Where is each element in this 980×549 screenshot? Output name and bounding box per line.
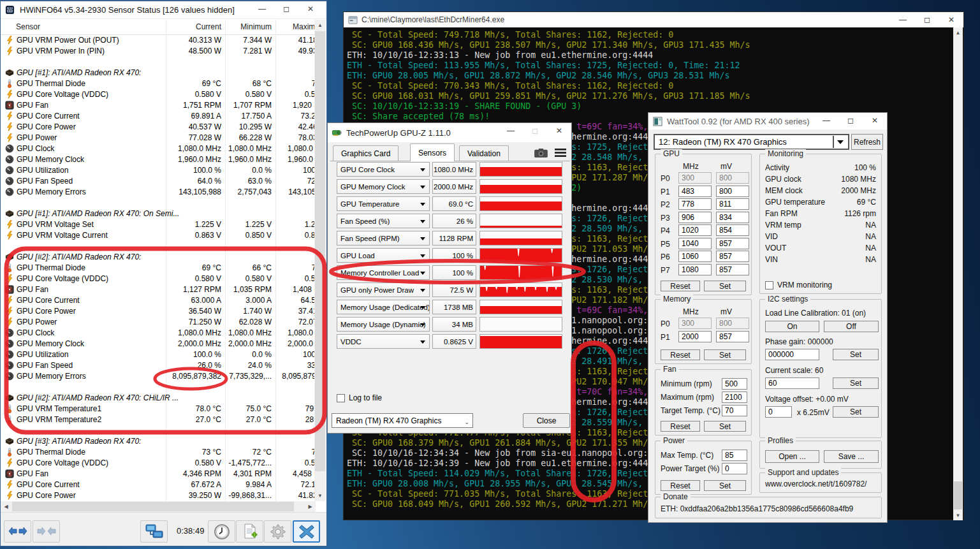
gpu-p5-mhz-input[interactable]: 1040 bbox=[678, 238, 712, 249]
hwinfo-clock-button[interactable] bbox=[208, 520, 235, 543]
support-url-text[interactable]: www.overclock.net/t/1609782/ bbox=[765, 479, 867, 488]
gpuz-screenshot-camera-icon[interactable] bbox=[534, 148, 548, 158]
sensor-row[interactable]: GPU Clock1,080.0 MHz1,080.0 MHz1,080.0 M… bbox=[1, 143, 315, 154]
sensor-row[interactable]: GPU VRM Voltage Current0.863 V0.850 V0.8… bbox=[1, 230, 315, 241]
phase-gain-input[interactable]: 000000 bbox=[765, 349, 819, 360]
fan-row-input[interactable]: 2100 bbox=[722, 392, 747, 403]
profiles-save-button[interactable]: Save ... bbox=[824, 450, 879, 463]
hwinfo-scroll-down-icon[interactable]: ▼ bbox=[314, 490, 326, 501]
sensor-row[interactable]: GPU Power71.250 W62.028 W72.072 W bbox=[1, 317, 315, 328]
sensor-row[interactable]: GPU Clock1,080.0 MHz1,080.0 MHz1,080.0 M… bbox=[1, 328, 315, 339]
sensor-row[interactable]: GPU VRM Temperature227.0 °C27.0 °C28.0 °… bbox=[1, 414, 315, 425]
hwinfo-close-button[interactable]: ✕ bbox=[298, 1, 323, 17]
column-header-sensor[interactable]: Sensor bbox=[16, 22, 40, 31]
hwinfo-compare-button[interactable] bbox=[4, 520, 31, 543]
gpuz-sensor-label[interactable]: GPU Temperature bbox=[337, 196, 430, 211]
sensor-row[interactable]: GPU Core Voltage (VDDC)0.580 V0.580 V0.5… bbox=[1, 274, 315, 284]
gpu-p1-mv-input[interactable]: 800 bbox=[716, 186, 749, 197]
sensor-group-row[interactable]: GPU [#3]: ATI/AMD Radeon RX 470: bbox=[1, 436, 315, 447]
sensor-row[interactable]: GPU Memory Errors143,105,9882,757,043143… bbox=[1, 187, 315, 198]
sensor-row[interactable]: GPU Core Voltage (VDDC)0.580 V-1,475,772… bbox=[1, 458, 315, 469]
sensor-group-row[interactable]: GPU [#1]: ATI/AMD Radeon RX 470: On Semi… bbox=[1, 209, 315, 219]
power-row-input[interactable]: 85 bbox=[722, 450, 747, 461]
gpuz-sensor-label[interactable]: Fan Speed (%) bbox=[337, 214, 430, 228]
sensor-group-row[interactable]: GPU [#2]: ATI/AMD Radeon RX 470: bbox=[1, 252, 315, 263]
sensor-row[interactable]: GPU Memory Errors8,095,879,3827,735,329,… bbox=[1, 371, 315, 382]
gpuz-log-to-file[interactable]: Log to file bbox=[337, 393, 382, 402]
sensor-row[interactable]: GPU Utilization100.0 %0.0 %100.0 % bbox=[1, 349, 315, 360]
hwinfo-titlebar[interactable]: HWiNFO64 v5.34-2930 Sensor Status [126 v… bbox=[1, 1, 326, 19]
sensor-row[interactable]: GPU Core Current63.000 A3.000 A64.500 A bbox=[1, 295, 315, 306]
fan-row-input[interactable]: 70 bbox=[722, 405, 747, 416]
gpuz-device-combobox[interactable]: Radeon (TM) RX 470 Graphics ⌄ bbox=[332, 413, 473, 428]
gpuz-sensor-label[interactable]: GPU Core Clock bbox=[337, 162, 430, 177]
sensor-row[interactable]: GPU Thermal Diode69 °C66 °C71 °C bbox=[1, 263, 315, 274]
hwinfo-horizontal-scrollbar[interactable]: ◀ ▶ bbox=[1, 501, 316, 512]
sensor-row[interactable]: GPU Power77.028 W66.228 W78.032 W bbox=[1, 133, 315, 143]
llc-on-button[interactable]: On bbox=[765, 321, 819, 332]
power-set-button[interactable]: Set bbox=[704, 480, 746, 491]
hwinfo-scroll-thumb[interactable] bbox=[315, 31, 325, 471]
console-scroll-thumb[interactable] bbox=[954, 481, 962, 509]
gpu-p6-mhz-input[interactable]: 1060 bbox=[678, 251, 712, 262]
gpuz-sensor-label[interactable]: Memory Usage (Dynamic) bbox=[337, 317, 430, 332]
watttool-titlebar[interactable]: WattTool 0.92 (for AMD RX 400 series) — … bbox=[648, 113, 887, 129]
gpuz-maximize-button[interactable]: ◻ bbox=[523, 123, 547, 138]
sensor-row[interactable]: GPU Fan4,346 RPM4,301 RPM4,458 RPM bbox=[1, 469, 315, 479]
voltage-offset-set-button[interactable]: Set bbox=[833, 406, 879, 418]
power-reset-button[interactable]: Reset bbox=[661, 480, 700, 491]
sensor-row[interactable]: GPU Fan Speed64.0 %63.0 %72.0 % bbox=[1, 176, 315, 187]
console-scroll-down-icon[interactable]: ▼ bbox=[953, 510, 963, 520]
gpuz-menu-icon[interactable] bbox=[555, 149, 566, 157]
sensor-row[interactable]: GPU Core Current67.672 A9.984 A72.109 A bbox=[1, 479, 315, 490]
watttool-device-combobox[interactable]: 12: Radeon (TM) RX 470 Graphics bbox=[654, 134, 849, 150]
hwinfo-minimize-button[interactable]: — bbox=[250, 1, 274, 17]
fan-reset-button[interactable]: Reset bbox=[661, 421, 700, 432]
gpuz-log-checkbox[interactable] bbox=[337, 394, 345, 402]
sensor-row[interactable]: GPU Core Power36.540 W1.740 W37.410 W bbox=[1, 306, 315, 317]
console-maximize-button[interactable]: ◻ bbox=[915, 12, 939, 27]
sensor-row[interactable]: GPU Core Current69.891 A17.750 A73.219 A bbox=[1, 111, 315, 122]
gpuz-sensor-label[interactable]: VDDC bbox=[337, 334, 430, 349]
hwinfo-hscroll-thumb[interactable] bbox=[12, 502, 294, 511]
vrm-monitoring-checkbox[interactable] bbox=[765, 281, 773, 289]
hwinfo-scroll-left-icon[interactable]: ◀ bbox=[1, 501, 11, 512]
sensor-row[interactable]: GPU Core Power39.250 W-99,868,31...41.82… bbox=[1, 490, 315, 501]
gpu-p3-mhz-input[interactable]: 906 bbox=[678, 212, 712, 223]
gpu-p5-mv-input[interactable]: 857 bbox=[716, 238, 749, 249]
sensor-group-row[interactable]: GPU [#2]: ATI/AMD Radeon RX 470: CHiL/IR… bbox=[1, 393, 315, 404]
power-row-input[interactable]: 0 bbox=[722, 463, 747, 474]
sensor-row[interactable]: GPU VRM Voltage Set1.225 V1.225 V1.225 V bbox=[1, 219, 315, 230]
console-titlebar[interactable]: C:\mine\Claymore\last\EthDcrMiner64.exe … bbox=[344, 12, 963, 27]
gpuz-titlebar[interactable]: TechPowerUp GPU-Z 1.11.0 — ◻ ✕ bbox=[328, 123, 571, 142]
gpuz-sensor-label[interactable]: Memory Usage (Dedicated) bbox=[337, 300, 430, 314]
memory-p1-mv-input[interactable]: 857 bbox=[716, 331, 749, 342]
gpuz-sensor-label[interactable]: GPU Load bbox=[337, 248, 430, 263]
hwinfo-settings-button[interactable] bbox=[264, 520, 291, 543]
gpuz-sensor-label[interactable]: GPU only Power Draw bbox=[337, 282, 430, 297]
console-scroll-up-icon[interactable]: ▲ bbox=[953, 27, 963, 38]
sensor-row[interactable]: GPU Fan1,751 RPM1,707 RPM1,920 RPM bbox=[1, 100, 315, 111]
current-scale-input[interactable]: 60 bbox=[765, 377, 819, 389]
gpu-p7-mv-input[interactable]: 857 bbox=[716, 264, 749, 275]
gpu-p2-mv-input[interactable]: 811 bbox=[716, 198, 749, 210]
gpuz-close-button[interactable]: ✕ bbox=[547, 123, 571, 138]
gpu-p7-mhz-input[interactable]: 1080 bbox=[678, 264, 712, 275]
sensor-row[interactable]: GPU VRM Power In (PIN)48.500 W7.281 W49.… bbox=[1, 46, 315, 57]
voltage-offset-input[interactable]: 0 bbox=[765, 406, 792, 418]
fan-row-input[interactable]: 500 bbox=[722, 378, 747, 390]
sensor-row[interactable]: GPU Fan Speed26.0 %24.0 %33.0 % bbox=[1, 360, 315, 371]
gpuz-minimize-button[interactable]: — bbox=[499, 123, 523, 138]
sensor-row[interactable]: GPU Core Power40.537 W10.295 W42.467 W bbox=[1, 122, 315, 133]
gpuz-sensor-label[interactable]: GPU Memory Clock bbox=[337, 179, 430, 194]
hwinfo-exit-button[interactable] bbox=[293, 520, 320, 543]
gpu-p4-mv-input[interactable]: 854 bbox=[716, 224, 749, 236]
watttool-minimize-button[interactable]: — bbox=[814, 113, 838, 128]
current-scale-set-button[interactable]: Set bbox=[833, 377, 879, 389]
hwinfo-report-button[interactable] bbox=[236, 520, 263, 543]
hwinfo-table-header[interactable]: Sensor Current Minimum Maximum bbox=[1, 20, 315, 35]
watttool-refresh-button[interactable]: Refresh bbox=[851, 134, 883, 150]
console-close-button[interactable]: ✕ bbox=[939, 12, 963, 27]
sensor-group-row[interactable]: GPU [#1]: ATI/AMD Radeon RX 470: bbox=[1, 68, 315, 78]
gpuz-sensor-label[interactable]: Memory Controller Load bbox=[337, 265, 430, 280]
